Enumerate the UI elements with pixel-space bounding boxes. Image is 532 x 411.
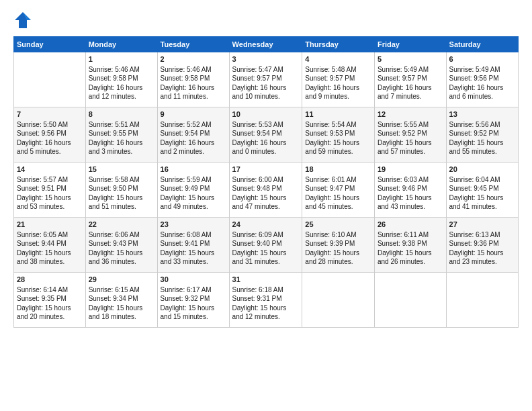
day-info-line: and 28 minutes.	[305, 257, 371, 267]
calendar-cell: 23Sunrise: 6:08 AMSunset: 9:41 PMDayligh…	[157, 218, 229, 273]
day-info-line: Daylight: 15 hours	[89, 304, 154, 313]
day-info-line: Sunset: 9:55 PM	[89, 129, 154, 138]
calendar-cell: 2Sunrise: 5:46 AMSunset: 9:58 PMDaylight…	[157, 52, 229, 107]
day-info-line: Daylight: 16 hours	[232, 83, 300, 93]
day-info-line: Sunset: 9:45 PM	[449, 184, 515, 193]
day-info-line: and 20 minutes.	[17, 312, 83, 322]
day-info-line: and 11 minutes.	[161, 92, 226, 101]
calendar-cell: 15Sunrise: 5:58 AMSunset: 9:50 PMDayligh…	[85, 163, 157, 218]
day-info-line: Daylight: 15 hours	[232, 193, 300, 203]
day-number: 12	[378, 109, 443, 120]
calendar-cell: 27Sunrise: 6:13 AMSunset: 9:36 PMDayligh…	[446, 218, 518, 273]
day-info-line: Sunrise: 5:58 AM	[89, 175, 154, 185]
day-number: 26	[378, 220, 443, 230]
day-info-line: and 3 minutes.	[89, 147, 154, 156]
day-info-line: Sunrise: 5:48 AM	[305, 65, 371, 75]
calendar-cell: 22Sunrise: 6:06 AMSunset: 9:43 PMDayligh…	[85, 218, 157, 273]
day-info-line: Sunset: 9:38 PM	[378, 239, 443, 248]
day-info-line: Daylight: 15 hours	[161, 248, 226, 258]
day-info-line: Sunrise: 5:59 AM	[161, 175, 226, 185]
calendar-cell: 26Sunrise: 6:11 AMSunset: 9:38 PMDayligh…	[374, 218, 446, 273]
day-info-line: Sunrise: 6:10 AM	[305, 230, 371, 240]
week-row-3: 14Sunrise: 5:57 AMSunset: 9:51 PMDayligh…	[14, 163, 519, 218]
day-number: 3	[232, 54, 300, 64]
day-number: 1	[89, 54, 154, 64]
calendar-cell: 31Sunrise: 6:18 AMSunset: 9:31 PMDayligh…	[229, 273, 302, 328]
day-number: 23	[161, 220, 226, 230]
day-info-line: Sunrise: 5:46 AM	[161, 65, 226, 75]
calendar-cell: 11Sunrise: 5:54 AMSunset: 9:53 PMDayligh…	[302, 107, 375, 163]
day-info-line: Sunset: 9:57 PM	[232, 74, 300, 83]
day-info-line: Daylight: 15 hours	[378, 248, 443, 258]
day-number: 11	[305, 109, 371, 120]
day-info-line: and 0 minutes.	[232, 147, 300, 156]
day-number: 19	[378, 165, 443, 175]
day-info-line: Daylight: 15 hours	[17, 304, 83, 313]
day-number: 25	[305, 220, 371, 230]
day-info-line: and 12 minutes.	[232, 312, 300, 322]
day-info-line: Sunset: 9:53 PM	[305, 129, 371, 138]
day-info-line: Sunset: 9:52 PM	[378, 129, 443, 138]
day-info-line: Sunset: 9:41 PM	[161, 239, 226, 248]
day-info-line: Daylight: 15 hours	[232, 304, 300, 313]
logo	[13, 11, 35, 30]
calendar-cell	[374, 273, 446, 328]
day-info-line: Daylight: 15 hours	[449, 138, 515, 148]
day-number: 18	[305, 165, 371, 175]
day-info-line: Daylight: 15 hours	[89, 248, 154, 258]
day-info-line: Daylight: 15 hours	[17, 193, 83, 203]
day-number: 22	[89, 220, 154, 230]
day-info-line: Daylight: 16 hours	[305, 83, 371, 93]
calendar-cell: 18Sunrise: 6:01 AMSunset: 9:47 PMDayligh…	[302, 163, 375, 218]
day-info-line: Daylight: 15 hours	[378, 193, 443, 203]
day-info-line: Sunset: 9:39 PM	[305, 239, 371, 248]
day-number: 5	[378, 54, 443, 64]
day-info-line: and 31 minutes.	[232, 257, 300, 267]
day-info-line: Sunset: 9:47 PM	[305, 184, 371, 193]
calendar-cell	[446, 273, 518, 328]
col-header-thursday: Thursday	[302, 37, 375, 52]
day-number: 13	[449, 109, 515, 120]
day-info-line: and 57 minutes.	[378, 147, 443, 156]
day-number: 9	[161, 109, 226, 120]
day-info-line: and 49 minutes.	[161, 202, 226, 212]
day-info-line: Sunrise: 5:53 AM	[232, 120, 300, 130]
day-number: 4	[305, 54, 371, 64]
day-number: 27	[449, 220, 515, 230]
calendar-cell: 3Sunrise: 5:47 AMSunset: 9:57 PMDaylight…	[229, 52, 302, 107]
calendar-cell: 14Sunrise: 5:57 AMSunset: 9:51 PMDayligh…	[14, 163, 86, 218]
day-info-line: Daylight: 16 hours	[232, 138, 300, 148]
logo-icon	[13, 11, 32, 30]
col-header-saturday: Saturday	[446, 37, 518, 52]
day-info-line: Sunset: 9:49 PM	[161, 184, 226, 193]
calendar-cell: 12Sunrise: 5:55 AMSunset: 9:52 PMDayligh…	[374, 107, 446, 163]
day-info-line: Sunset: 9:54 PM	[161, 129, 226, 138]
day-info-line: Daylight: 15 hours	[161, 304, 226, 313]
day-info-line: Sunrise: 6:06 AM	[89, 230, 154, 240]
day-info-line: Sunrise: 6:14 AM	[17, 285, 83, 295]
day-info-line: Sunset: 9:58 PM	[89, 74, 154, 83]
day-info-line: Daylight: 16 hours	[161, 83, 226, 93]
day-info-line: Sunset: 9:43 PM	[89, 239, 154, 248]
day-info-line: Daylight: 15 hours	[161, 193, 226, 203]
week-row-4: 21Sunrise: 6:05 AMSunset: 9:44 PMDayligh…	[14, 218, 519, 273]
calendar-cell: 30Sunrise: 6:17 AMSunset: 9:32 PMDayligh…	[157, 273, 229, 328]
day-info-line: Sunset: 9:58 PM	[161, 74, 226, 83]
day-info-line: Daylight: 16 hours	[89, 83, 154, 93]
calendar-cell: 7Sunrise: 5:50 AMSunset: 9:56 PMDaylight…	[14, 107, 86, 163]
day-info-line: Sunrise: 6:01 AM	[305, 175, 371, 185]
day-info-line: Sunrise: 6:00 AM	[232, 175, 300, 185]
day-info-line: Sunrise: 6:13 AM	[449, 230, 515, 240]
day-info-line: and 55 minutes.	[449, 147, 515, 156]
calendar-cell: 21Sunrise: 6:05 AMSunset: 9:44 PMDayligh…	[14, 218, 86, 273]
day-number: 6	[449, 54, 515, 64]
day-info-line: and 41 minutes.	[449, 202, 515, 212]
day-info-line: Daylight: 16 hours	[89, 138, 154, 148]
day-info-line: and 9 minutes.	[305, 92, 371, 101]
day-info-line: Sunrise: 6:04 AM	[449, 175, 515, 185]
day-info-line: Daylight: 16 hours	[449, 83, 515, 93]
calendar-cell: 1Sunrise: 5:46 AMSunset: 9:58 PMDaylight…	[85, 52, 157, 107]
calendar-cell: 4Sunrise: 5:48 AMSunset: 9:57 PMDaylight…	[302, 52, 375, 107]
day-number: 14	[17, 165, 83, 175]
week-row-5: 28Sunrise: 6:14 AMSunset: 9:35 PMDayligh…	[14, 273, 519, 328]
